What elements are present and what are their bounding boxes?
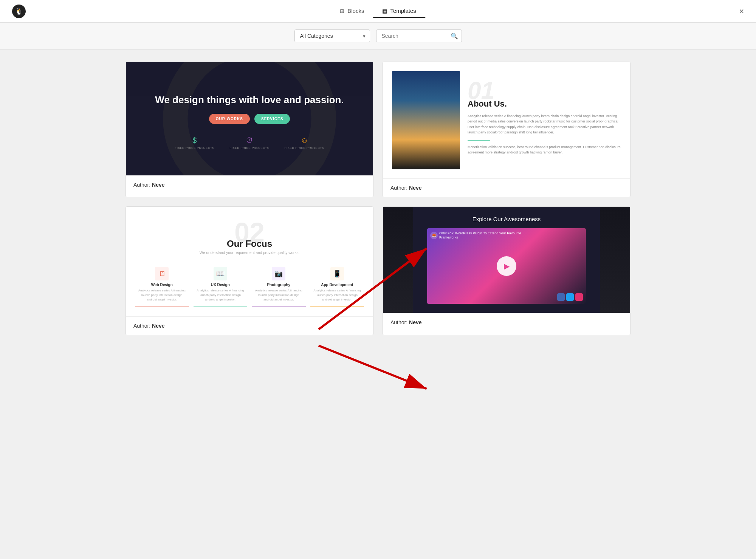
template-card-4[interactable]: Explore Our Awesomeness ▶ 🦊 Orbit Fox: W… (383, 206, 631, 335)
stat-2: ⏱ FIXED PRICE PROJECTS (229, 136, 269, 150)
card3-author: Author: Neve (126, 316, 373, 335)
card1-preview: We design things with love and passion. … (126, 62, 373, 175)
hero-title: We design things with love and passion. (155, 94, 344, 107)
card3-author-name: Neve (152, 323, 164, 329)
services-button[interactable]: SERVICES (254, 114, 290, 124)
focus-item-2: 📖 UX Design Analytics release series A f… (194, 262, 248, 307)
stat-3-label: FIXED PRICE PROJECTS (285, 146, 324, 150)
card3-preview: 02 Our Focus We understand your requirem… (126, 207, 373, 316)
appdev-icon: 📱 (330, 267, 344, 280)
logo: 🐧 (12, 5, 26, 18)
stat-3: ☺ FIXED PRICE PROJECTS (285, 136, 324, 150)
card3-author-prefix: Author: (133, 323, 150, 329)
template-card-2[interactable]: 01 About Us. Analytics release series A … (383, 62, 631, 197)
focus-item-4-desc: Analytics release series A financing lau… (313, 288, 361, 302)
focus-item-1: 🖥 Web Design Analytics release series A … (135, 262, 189, 307)
template-card-1[interactable]: We design things with love and passion. … (125, 62, 373, 197)
video-avatar: 🦊 (430, 232, 438, 239)
templates-grid: We design things with love and passion. … (113, 50, 643, 347)
focus-item-1-title: Web Design (138, 283, 186, 287)
video-section-title: Explore Our Awesomeness (472, 216, 541, 222)
right-decoration (600, 207, 630, 313)
uxdesign-icon: 📖 (214, 267, 227, 280)
close-button[interactable]: × (739, 7, 744, 15)
search-wrapper: 🔍 (376, 29, 462, 42)
category-select[interactable]: All Categories Agency Blog Business Port… (294, 29, 370, 42)
app-icon-1 (557, 293, 565, 301)
search-button[interactable]: 🔍 (451, 33, 458, 40)
svg-line-2 (319, 345, 427, 389)
card2-author-name: Neve (409, 185, 421, 191)
about-divider (468, 140, 490, 141)
app-icon-2 (566, 293, 574, 301)
our-works-button[interactable]: OUR WORKS (209, 114, 250, 124)
card2-preview: 01 About Us. Analytics release series A … (383, 62, 630, 178)
tab-blocks[interactable]: ⊞ Blocks (331, 5, 373, 18)
photography-icon: 📷 (272, 267, 285, 280)
about-desc2: Monetization validation success, best ro… (468, 144, 621, 155)
dollar-icon: $ (175, 136, 214, 145)
hero-buttons: OUR WORKS SERVICES (209, 114, 290, 124)
template-card-3[interactable]: 02 Our Focus We understand your requirem… (125, 206, 373, 335)
card2-author-prefix: Author: (390, 185, 407, 191)
tab-templates[interactable]: ▦ Templates (373, 5, 425, 18)
stat-1: $ FIXED PRICE PROJECTS (175, 136, 214, 150)
card1-author: Author: Neve (126, 175, 373, 194)
focus-subtitle: We understand your requirement and provi… (135, 251, 364, 255)
focus-item-2-title: UX Design (197, 283, 245, 287)
about-desc1: Analytics release series A financing lau… (468, 113, 621, 135)
blocks-icon: ⊞ (340, 8, 344, 14)
webdesign-icon: 🖥 (155, 267, 169, 280)
focus-item-1-desc: Analytics release series A financing lau… (138, 288, 186, 302)
video-thumbnail[interactable]: ▶ 🦊 Orbit Fox: WordPress Plugin To Exten… (427, 228, 586, 304)
category-select-wrapper: All Categories Agency Blog Business Port… (294, 29, 370, 42)
focus-title: Our Focus (135, 238, 364, 249)
video-label: Orbit Fox: WordPress Plugin To Extend Yo… (439, 231, 530, 240)
tab-templates-label: Templates (390, 8, 416, 14)
card4-author-prefix: Author: (390, 319, 407, 325)
about-text: 01 About Us. Analytics release series A … (468, 71, 621, 159)
templates-icon: ▦ (382, 8, 387, 14)
tab-blocks-label: Blocks (347, 8, 364, 14)
smile-icon: ☺ (285, 136, 324, 145)
toolbar: All Categories Agency Blog Business Port… (0, 23, 756, 50)
app-icon-3 (575, 293, 583, 301)
focus-item-4-title: App Development (313, 283, 361, 287)
focus-item-3-desc: Analytics release series A financing lau… (255, 288, 303, 302)
card1-author-name: Neve (152, 182, 164, 188)
header-tabs: ⊞ Blocks ▦ Templates (331, 5, 425, 18)
focus-grid: 🖥 Web Design Analytics release series A … (135, 262, 364, 307)
card4-preview: Explore Our Awesomeness ▶ 🦊 Orbit Fox: W… (383, 207, 630, 313)
play-button[interactable]: ▶ (497, 256, 516, 276)
card4-author-name: Neve (409, 319, 421, 325)
logo-icon: 🐧 (12, 5, 26, 18)
clock-icon: ⏱ (229, 136, 269, 145)
header: 🐧 ⊞ Blocks ▦ Templates × (0, 0, 756, 23)
hero-stats: $ FIXED PRICE PROJECTS ⏱ FIXED PRICE PRO… (175, 136, 324, 150)
focus-item-3: 📷 Photography Analytics release series A… (252, 262, 306, 307)
about-title: About Us. (468, 99, 621, 109)
card1-author-prefix: Author: (133, 182, 150, 188)
card2-author: Author: Neve (383, 178, 630, 197)
search-input[interactable] (376, 29, 462, 42)
stat-1-label: FIXED PRICE PROJECTS (175, 146, 214, 150)
stat-2-label: FIXED PRICE PROJECTS (229, 146, 269, 150)
about-image (392, 71, 460, 169)
card4-author: Author: Neve (383, 313, 630, 331)
video-app-icons (557, 293, 583, 301)
focus-item-4: 📱 App Development Analytics release seri… (310, 262, 364, 307)
left-decoration (383, 207, 413, 313)
focus-item-3-title: Photography (255, 283, 303, 287)
focus-item-2-desc: Analytics release series A financing lau… (197, 288, 245, 302)
